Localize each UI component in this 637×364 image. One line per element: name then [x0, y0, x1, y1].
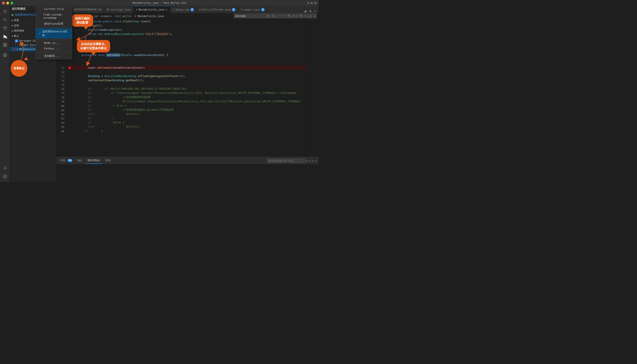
breadcrumb-example[interactable]: example [101, 15, 112, 18]
debug-more-icon[interactable]: ⋯ [313, 9, 317, 13]
filter-input[interactable] [267, 159, 305, 163]
activity-search[interactable] [1, 16, 9, 24]
panel-tab-output[interactable]: 输出 [75, 158, 84, 164]
activity-bar [0, 6, 10, 182]
breakpoint-indicator[interactable] [68, 66, 71, 69]
tab-debug-label: Debug.cpp [175, 8, 189, 11]
code-editor: 63 64 65 66 71 72 73 74 75 76 77 78 79 [57, 19, 318, 157]
remote-android-option: 远程调试Android应用 [42, 30, 69, 37]
breadcrumb-test-malloc[interactable]: test_malloc [115, 15, 131, 18]
breadcrumb-file[interactable]: J MainActivity.java [135, 15, 164, 18]
terminal-label: 终端 [105, 159, 110, 162]
dropdown-current-file[interactable]: Current File [36, 6, 72, 12]
chevron-down-icon: ▼ [12, 35, 13, 37]
toggle-panel-icon[interactable]: ⊞ [311, 1, 313, 5]
tab-looper[interactable]: J Looper.java 1 [238, 6, 267, 13]
svg-point-2 [3, 27, 5, 28]
close-button[interactable] [2, 2, 5, 4]
panel-filter: ≡ ∧ ∨ ✕ [267, 159, 317, 163]
panel-down-icon[interactable]: ∨ [312, 159, 314, 162]
find-next-button[interactable]: ↓ [307, 14, 309, 18]
lldb-option: lldb-vscode-coredump [43, 13, 69, 19]
regex-button[interactable]: .* [276, 14, 280, 18]
find-input[interactable] [235, 14, 265, 18]
breadcrumb-com[interactable]: com [93, 15, 98, 18]
uncaught-checkbox[interactable]: ✓ [15, 40, 18, 42]
java-file-icon: J [17, 48, 18, 51]
find-count: ? 项，共 2 项 [285, 14, 302, 18]
activity-run-debug[interactable] [1, 33, 9, 40]
activity-settings[interactable] [1, 173, 9, 180]
tab-looper-label: Looper.java [243, 8, 260, 11]
activity-bar-bottom [1, 164, 9, 182]
dropdown-remote-android[interactable]: ✓ 远程调试Android应用 [36, 28, 72, 38]
cpp-icon: C [173, 8, 174, 11]
dropdown-add-config[interactable]: 添加配置... [36, 53, 72, 59]
panel-close-icon[interactable]: ✕ [315, 159, 317, 162]
piano-option: 调试Piano应用 [44, 22, 63, 26]
panel-tab-debug-console[interactable]: 调试控制台 [85, 158, 102, 164]
chevron-right-icon: ▶ [12, 30, 13, 32]
panel-list-icon[interactable]: ≡ [306, 159, 308, 162]
code-line: } [68, 36, 306, 40]
activity-extensions[interactable] [1, 41, 9, 49]
activity-remote[interactable] [1, 51, 9, 59]
breakpoint-dot [14, 48, 15, 50]
editor-area: M android 如何分析应用的内存.md {} settings.json … [57, 6, 318, 182]
panel-tab-problems[interactable]: 问题 25 [58, 158, 74, 164]
minimize-button[interactable] [6, 2, 9, 4]
debug-continue-icon[interactable]: ▶ [304, 9, 308, 13]
match-case-button[interactable]: Aa [266, 14, 270, 18]
dropdown-nodejs[interactable]: Node.js... [36, 40, 72, 46]
tab-close-icon[interactable]: ✕ [166, 8, 167, 11]
looper-badge: 1 [261, 8, 265, 11]
run-icon[interactable]: ▶ [12, 13, 14, 16]
panel-tab-terminal[interactable]: 终端 [103, 158, 112, 164]
find-close-button[interactable]: ✕ [314, 14, 315, 18]
window-title: MainActivity.java — Test_Malloc.old [133, 2, 186, 4]
tab-settings-label: settings.json [111, 8, 131, 11]
dropdown-piano[interactable]: 调试Piano应用 [36, 20, 72, 27]
panel-up-icon[interactable]: ∧ [309, 159, 311, 162]
asterisk-button[interactable]: ? [281, 14, 284, 18]
find-navigation: ↑ ↓ ≡ [304, 14, 312, 18]
svg-rect-13 [3, 45, 5, 47]
code-line [68, 70, 306, 74]
code-line: // //有权限直接执行,docode()不用做处理 [68, 108, 306, 112]
panel-content [57, 164, 318, 182]
minimap-content [306, 19, 318, 157]
dropdown-python[interactable]: Python... [36, 46, 72, 51]
activity-account[interactable] [1, 164, 9, 172]
tab-debug[interactable]: C Debug.cpp 2 [170, 6, 196, 13]
tab-settings[interactable]: {} settings.json [104, 6, 133, 13]
breadcrumb-java[interactable]: java [84, 15, 90, 18]
debug-console-label: 调试控制台 [87, 159, 100, 162]
debug-split-icon[interactable]: ⊟ [309, 9, 312, 13]
svg-line-6 [5, 28, 6, 29]
activity-source-control[interactable] [1, 24, 9, 32]
svg-line-1 [6, 20, 7, 22]
tab-mainactivity[interactable]: J MainActivity.java ✕ [133, 6, 170, 13]
customize-layout-icon[interactable]: ⧉ [314, 1, 316, 5]
sidebar-title: 运行和调试 [12, 7, 26, 11]
code-line: // }else { [68, 120, 306, 124]
svg-point-0 [4, 18, 6, 20]
whole-word-button[interactable]: ab [271, 14, 275, 18]
tab-activitythread[interactable]: J ActivityThread.java 1 [196, 6, 238, 13]
dropdown-lldb[interactable]: lldb-vscode-coredump [36, 12, 72, 20]
code-line [68, 57, 306, 62]
code-line [68, 62, 306, 66]
code-line: //// doText(); [68, 112, 306, 116]
split-editor-icon[interactable]: ⊟ [307, 1, 309, 5]
code-line [68, 40, 306, 44]
code-line: doText(); [68, 24, 306, 28]
code-line: // } [68, 116, 306, 120]
activity-explorer[interactable] [1, 8, 9, 15]
breadcrumb-main[interactable]: main [75, 15, 81, 18]
maximize-button[interactable] [11, 2, 13, 4]
find-prev-button[interactable]: ↑ [304, 14, 306, 18]
caught-checkbox[interactable] [15, 44, 18, 46]
json-icon: {} [107, 8, 110, 11]
find-match-case-button[interactable]: ≡ [310, 14, 312, 18]
dropdown-divider-3 [36, 52, 72, 52]
